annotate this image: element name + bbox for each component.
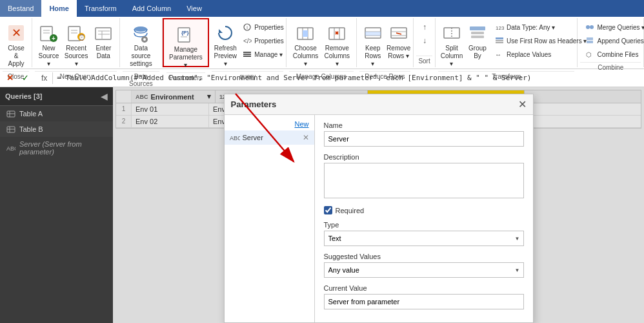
data-source-settings-label: Data sourcesettings [127, 45, 154, 68]
properties-button[interactable]: i Properties [239, 21, 287, 34]
replace-values-button[interactable]: ↔ Replace Values [491, 48, 590, 61]
choose-columns-button[interactable]: ChooseColumns ▾ [290, 21, 321, 70]
svg-point-18 [143, 38, 146, 41]
append-queries-label: Append Queries ▾ [597, 37, 644, 45]
confirm-formula-button[interactable]: ✓ [18, 71, 32, 85]
split-column-icon [441, 23, 462, 43]
remove-rows-icon [388, 23, 409, 43]
ribbon-content: ✕ Close &Apply Close + NewSource ▾ ⌚ [0, 17, 644, 68]
remove-rows-button[interactable]: RemoveRows ▾ [387, 21, 411, 62]
formula-input[interactable]: = Table.AddColumn(#"Added Custom", "Envi… [57, 74, 641, 82]
group-by-button[interactable]: GroupBy [465, 21, 490, 62]
dialog-left-header: New [225, 120, 314, 130]
new-source-label: NewSource ▾ [39, 45, 59, 68]
tab-view[interactable]: View [179, 0, 210, 17]
tab-bestand[interactable]: Bestand [0, 0, 41, 17]
suggested-select[interactable]: Any value List of values Query [324, 262, 524, 278]
param-icon: ABC [6, 143, 15, 152]
sidebar-collapse-button[interactable]: ◀ [101, 91, 108, 101]
data-source-settings-button[interactable]: Data sourcesettings [124, 21, 157, 70]
use-first-row-button[interactable]: Use First Row as Headers ▾ [491, 34, 590, 47]
type-select[interactable]: Text Number Date True/False Binary [324, 231, 524, 246]
merge-queries-label: Merge Queries ▾ [597, 24, 644, 31]
tab-add-column[interactable]: Add Column [125, 0, 179, 17]
combine-files-button[interactable]: ⬡ Combine Files [581, 48, 644, 61]
svg-rect-42 [391, 28, 407, 38]
keep-rows-label: KeepRows ▾ [364, 45, 382, 68]
name-field-group: Name [324, 121, 524, 147]
manage-parameters-button[interactable]: {P} ManageParameters ▾ [168, 22, 205, 71]
group-by-icon [467, 23, 488, 43]
sidebar-item-table-b[interactable]: Table B [0, 121, 113, 137]
svg-text:↔: ↔ [495, 51, 501, 58]
new-source-button[interactable]: + NewSource ▾ [36, 21, 61, 70]
cancel-formula-button[interactable]: ✕ [3, 71, 17, 85]
dialog-title: Parameters [231, 99, 277, 109]
data-type-label: Data Type: Any ▾ [507, 24, 555, 31]
current-value-input[interactable] [324, 294, 524, 309]
svg-rect-12 [96, 28, 111, 39]
ribbon-group-query: RefreshPreview ▾ i Properties </> Proper… [209, 18, 287, 67]
sidebar-title: Queries [3] [5, 92, 42, 100]
ribbon-group-data-sources: Data sourcesettings Data Sources [120, 18, 162, 67]
dialog-close-button[interactable]: ✕ [518, 98, 527, 110]
remove-columns-icon [327, 23, 347, 43]
enter-data-button[interactable]: EnterData [91, 21, 116, 62]
sort-asc-icon: ↑ [421, 22, 431, 32]
svg-rect-41 [365, 32, 381, 36]
remove-columns-button[interactable]: RemoveColumns ▾ [322, 21, 352, 70]
type-field-group: Type Text Number Date True/False Binary [324, 221, 524, 246]
manage-label: Manage ▾ [254, 51, 283, 58]
svg-text:ABC: ABC [6, 145, 15, 152]
sidebar-item-server[interactable]: ABC Server (Server from parameter) [0, 137, 113, 159]
required-checkbox-group: Required [324, 206, 524, 214]
advanced-editor-icon: </> [242, 36, 252, 46]
sort-desc-icon: ↓ [421, 36, 431, 46]
manage-button[interactable]: Manage ▾ [239, 48, 287, 61]
advanced-editor-button[interactable]: </> Properties [239, 34, 287, 47]
table-icon [6, 109, 15, 118]
split-column-label: SplitColumn ▾ [441, 45, 463, 68]
recent-sources-icon: ⌚ [66, 23, 86, 43]
ribbon-group-reduce-rows: KeepRows ▾ RemoveRows ▾ Reduce Rows [357, 18, 414, 67]
param-item-server[interactable]: ABC Server ✕ [225, 130, 314, 145]
sidebar-label-table-b: Table B [19, 125, 43, 133]
close-apply-label: Close &Apply [7, 45, 25, 68]
dialog-overlay: Parameters ✕ New ABC Server [113, 87, 644, 323]
data-type-button[interactable]: 123 Data Type: Any ▾ [491, 21, 590, 34]
ribbon-group-new-query: + NewSource ▾ ⌚ RecentSources ▾ EnterDat… [32, 18, 120, 67]
description-label: Description [324, 153, 524, 161]
dialog-body: New ABC Server ✕ Name [225, 115, 533, 322]
description-input[interactable] [324, 163, 524, 198]
param-item-delete-button[interactable]: ✕ [303, 133, 309, 142]
tab-transform[interactable]: Transform [77, 0, 125, 17]
ribbon-group-sort: ↑ ↓ Sort [414, 18, 436, 67]
main-area: Queries [3] ◀ Table A Table B ABC Server… [0, 87, 644, 323]
sidebar-label-table-a: Table A [19, 110, 43, 118]
required-checkbox[interactable] [324, 206, 332, 214]
svg-point-16 [134, 26, 147, 32]
keep-rows-button[interactable]: KeepRows ▾ [361, 21, 385, 70]
ribbon-tabs: Bestand Home Transform Add Column View [0, 0, 644, 17]
name-input[interactable] [324, 131, 524, 147]
split-column-button[interactable]: SplitColumn ▾ [439, 21, 464, 70]
advanced-editor-label: Properties [254, 37, 284, 45]
sort-desc-button[interactable]: ↓ [418, 34, 434, 47]
data-source-settings-icon [130, 23, 151, 43]
refresh-preview-button[interactable]: RefreshPreview ▾ [213, 21, 237, 70]
manage-parameters-icon: {P} [176, 24, 196, 45]
use-first-row-icon [494, 36, 505, 46]
merge-queries-button[interactable]: Merge Queries ▾ [581, 21, 644, 34]
new-parameter-link[interactable]: New [294, 120, 308, 128]
param-item-server-label: Server [243, 134, 263, 141]
sort-asc-button[interactable]: ↑ [418, 21, 434, 34]
sidebar: Queries [3] ◀ Table A Table B ABC Server… [0, 87, 113, 323]
ribbon-group-close: ✕ Close &Apply Close [0, 18, 32, 67]
close-apply-button[interactable]: ✕ Close &Apply [4, 21, 28, 70]
recent-sources-button[interactable]: ⌚ RecentSources ▾ [63, 21, 90, 70]
append-queries-button[interactable]: Append Queries ▾ [581, 34, 644, 47]
sidebar-item-table-a[interactable]: Table A [0, 106, 113, 121]
group-by-label: GroupBy [468, 45, 487, 60]
replace-values-label: Replace Values [507, 51, 551, 58]
tab-home[interactable]: Home [41, 0, 77, 17]
